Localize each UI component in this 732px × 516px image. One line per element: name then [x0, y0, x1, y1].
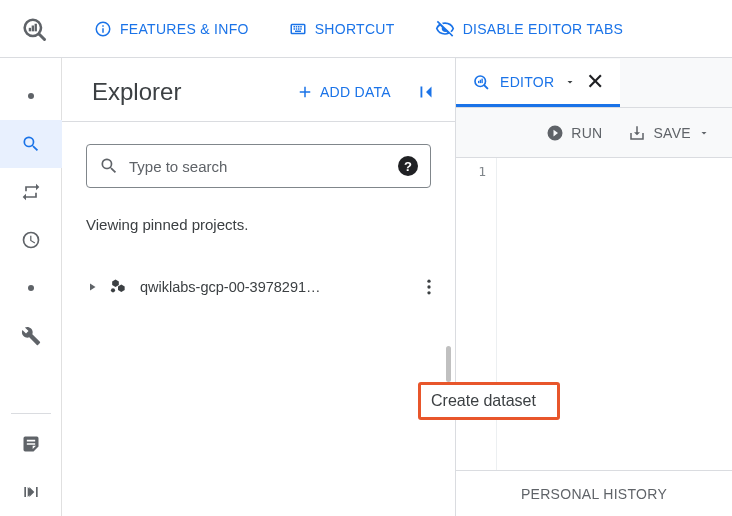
shortcut-button[interactable]: SHORTCUT — [289, 20, 395, 38]
search-box[interactable]: ? — [86, 144, 431, 188]
rail-item-scheduled[interactable] — [0, 216, 62, 264]
editor-tabs: EDITOR ✕ — [456, 58, 732, 108]
more-vert-icon[interactable] — [419, 277, 439, 297]
save-alt-icon — [628, 124, 646, 142]
bigquery-icon — [20, 15, 48, 43]
line-gutter: 1 — [456, 158, 496, 470]
search-icon — [99, 156, 119, 176]
search-input[interactable] — [129, 158, 388, 175]
editor-panel: EDITOR ✕ RUN SAVE 1 PERSONAL HISTORY — [456, 58, 732, 516]
features-info-button[interactable]: FEATURES & INFO — [94, 20, 249, 38]
svg-point-9 — [427, 280, 430, 283]
bigquery-icon — [472, 73, 490, 91]
explorer-header: Explorer ADD DATA — [62, 62, 455, 122]
svg-rect-14 — [480, 79, 481, 82]
shortcut-label: SHORTCUT — [315, 21, 395, 37]
top-bar: FEATURES & INFO SHORTCUT DISABLE EDITOR … — [0, 0, 732, 58]
keyboard-icon — [289, 20, 307, 38]
project-row[interactable]: qwiklabs-gcp-00-3978291… — [62, 267, 455, 307]
features-info-label: FEATURES & INFO — [120, 21, 249, 37]
svg-rect-5 — [24, 487, 26, 497]
info-icon — [94, 20, 112, 38]
run-label: RUN — [571, 125, 602, 141]
svg-line-4 — [39, 34, 44, 39]
plus-icon — [296, 83, 314, 101]
collapse-explorer-button[interactable] — [415, 81, 437, 103]
search-icon — [21, 134, 41, 154]
note-icon — [21, 434, 41, 454]
visibility-off-icon — [435, 19, 455, 39]
personal-history-tab[interactable]: PERSONAL HISTORY — [456, 470, 732, 516]
code-area[interactable] — [496, 158, 732, 470]
disable-tabs-button[interactable]: DISABLE EDITOR TABS — [435, 19, 624, 39]
editor-body: 1 — [456, 158, 732, 470]
caret-right-icon — [86, 281, 98, 293]
create-dataset-menu-item[interactable]: Create dataset — [418, 382, 560, 420]
chevron-down-icon[interactable] — [698, 127, 710, 139]
rail-item-dot-2[interactable] — [0, 264, 62, 312]
swap-icon — [21, 182, 41, 202]
svg-point-10 — [427, 285, 430, 288]
rail-item-transfers[interactable] — [0, 168, 62, 216]
explorer-title: Explorer — [92, 78, 296, 106]
disable-tabs-label: DISABLE EDITOR TABS — [463, 21, 624, 37]
svg-rect-15 — [481, 78, 482, 83]
run-button[interactable]: RUN — [546, 124, 602, 142]
rail-divider — [11, 413, 51, 414]
left-nav-rail — [0, 58, 62, 516]
svg-rect-1 — [29, 27, 31, 31]
add-data-button[interactable]: ADD DATA — [296, 83, 391, 101]
svg-marker-7 — [118, 285, 125, 293]
collapse-left-icon — [415, 81, 437, 103]
editor-tab-label: EDITOR — [500, 74, 554, 90]
rail-item-notes[interactable] — [0, 420, 62, 468]
project-name: qwiklabs-gcp-00-3978291… — [140, 279, 419, 295]
wrench-icon — [21, 326, 41, 346]
svg-rect-2 — [32, 25, 34, 31]
dot-icon — [28, 93, 34, 99]
chevron-down-icon[interactable] — [564, 76, 576, 88]
svg-rect-13 — [478, 80, 479, 82]
rail-expand-button[interactable] — [0, 468, 62, 516]
svg-marker-6 — [112, 280, 119, 288]
close-tab-button[interactable]: ✕ — [586, 71, 604, 93]
rail-item-sql-workspace[interactable] — [0, 120, 62, 168]
svg-point-8 — [111, 288, 115, 292]
create-dataset-label: Create dataset — [431, 392, 536, 409]
scrollbar-thumb[interactable] — [446, 346, 451, 382]
editor-toolbar: RUN SAVE — [456, 108, 732, 158]
save-button[interactable]: SAVE — [628, 124, 710, 142]
personal-history-label: PERSONAL HISTORY — [521, 486, 667, 502]
rail-item-admin[interactable] — [0, 312, 62, 360]
svg-rect-3 — [35, 23, 37, 31]
save-label: SAVE — [653, 125, 691, 141]
project-hex-icon — [108, 277, 128, 297]
play-circle-icon — [546, 124, 564, 142]
pinned-projects-message: Viewing pinned projects. — [62, 188, 455, 233]
line-number: 1 — [456, 164, 486, 179]
editor-tab[interactable]: EDITOR ✕ — [456, 59, 620, 107]
main-area: Explorer ADD DATA ? Viewing pinned proje… — [0, 58, 732, 516]
svg-line-16 — [484, 85, 487, 88]
bigquery-logo[interactable] — [14, 15, 54, 43]
dot-icon — [28, 285, 34, 291]
chevron-right-bar-icon — [21, 482, 41, 502]
search-wrap: ? — [62, 122, 455, 188]
explorer-panel: Explorer ADD DATA ? Viewing pinned proje… — [62, 58, 456, 516]
add-data-label: ADD DATA — [320, 84, 391, 100]
clock-icon — [21, 230, 41, 250]
svg-point-11 — [427, 291, 430, 294]
search-help-button[interactable]: ? — [398, 156, 418, 176]
rail-item-dot-1[interactable] — [0, 72, 62, 120]
